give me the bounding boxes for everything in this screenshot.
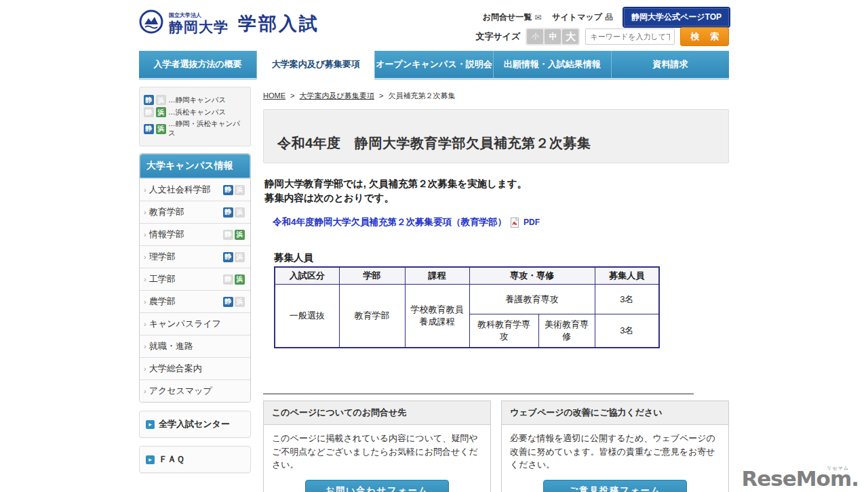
sidebar-item-science[interactable]: › 理学部 静浜 bbox=[140, 245, 250, 268]
fontsize-buttons: 小 中 大 bbox=[526, 28, 580, 45]
fontsize-label: 文字サイズ bbox=[475, 30, 520, 43]
legend-label: …静岡キャンパス bbox=[168, 96, 226, 105]
sitemap-label: サイトマップ bbox=[552, 12, 602, 23]
resemom-watermark: リセマム ReseMom. bbox=[741, 466, 859, 491]
sidebar-item-label: 大学総合案内 bbox=[149, 363, 245, 375]
badge-hamamatsu: 浜 bbox=[156, 124, 166, 134]
resemom-watermark-ruby: リセマム bbox=[827, 465, 849, 472]
badge-hamamatsu-off: 浜 bbox=[235, 207, 245, 218]
campus-info-menu: 大学キャンパス情報 › 人文社会科学部 静浜 › 教育学部 静浜 › 情報学部 … bbox=[139, 153, 251, 403]
badge-shizuoka-off: 静 bbox=[144, 107, 154, 117]
site-header: 国立大学法人 静岡大学 学部入試 お問合せ一覧 ✉ サイトマップ 品 静岡大学公… bbox=[139, 0, 729, 51]
badge-hamamatsu-off: 浜 bbox=[235, 252, 245, 262]
chevron-right-icon: › bbox=[144, 320, 146, 328]
inquiry-box: このページについてのお問合せ先 このページに掲載されている内容について、疑問やご… bbox=[263, 401, 491, 492]
recruit-table: 入試区分 学部 課程 専攻・専修 募集人員 一般選抜 教育学部 学校教育教員 養… bbox=[274, 266, 660, 348]
sidebar-item-informatics[interactable]: › 情報学部 静浜 bbox=[140, 223, 250, 245]
chevron-right-icon: › bbox=[144, 208, 146, 216]
sidebar-item-campus-life[interactable]: › キャンパスライフ bbox=[140, 312, 250, 335]
breadcrumb-current: 欠員補充第２次募集 bbox=[388, 91, 455, 100]
badge-hamamatsu: 浜 bbox=[235, 230, 245, 240]
chevron-right-icon: › bbox=[144, 342, 146, 350]
search-button[interactable]: 検 索 bbox=[680, 27, 729, 46]
admission-center-link[interactable]: ▸ 全学入試センター bbox=[139, 411, 251, 438]
main-content: HOME > 大学案内及び募集要項 > 欠員補充第２次募集 令和4年度 静岡大学… bbox=[263, 87, 729, 492]
pdf-link-row: 令和4年度静岡大学欠員補充第２次募集要項（教育学部） PDF bbox=[273, 216, 729, 228]
arrow-square-icon: ▸ bbox=[146, 455, 155, 464]
col-header-course: 課程 bbox=[405, 267, 469, 285]
cell-course: 学校教育教員 養成課程 bbox=[405, 285, 469, 348]
cell-course-line1: 学校教育教員 bbox=[411, 304, 464, 316]
site-logo[interactable]: 国立大学法人 静岡大学 学部入試 bbox=[139, 9, 319, 34]
legend-row-shizuoka: 静 浜 …静岡キャンパス bbox=[144, 95, 246, 105]
breadcrumb-parent-link[interactable]: 大学案内及び募集要項 bbox=[300, 91, 374, 100]
nav-tab-open-campus[interactable]: オープンキャンパス・説明会 bbox=[374, 51, 492, 78]
feedback-box-text: 必要な情報を適切に公開するため、ウェブページの改善に努めています。皆様の貴重なご… bbox=[510, 433, 715, 470]
nav-tab-guide-requirements[interactable]: 大学案内及び募集要項 bbox=[256, 51, 374, 80]
cell-capacity-2: 3名 bbox=[595, 314, 659, 348]
breadcrumb-separator: > bbox=[290, 91, 294, 100]
header-search-row: 文字サイズ 小 中 大 検 索 bbox=[475, 27, 729, 46]
pdf-label[interactable]: PDF bbox=[524, 218, 540, 227]
feedback-box-body: 必要な情報を適切に公開するため、ウェブページの改善に努めています。皆様の貴重なご… bbox=[502, 425, 728, 492]
header-utility-links: お問合せ一覧 ✉ サイトマップ 品 静岡大学公式ページTOP bbox=[483, 8, 729, 26]
guidelines-pdf-link[interactable]: 令和4年度静岡大学欠員補充第２次募集要項（教育学部） bbox=[273, 216, 507, 228]
sidebar-item-career[interactable]: › 就職・進路 bbox=[140, 335, 250, 357]
arrow-square-icon: ▸ bbox=[146, 420, 155, 429]
cell-exam-type: 一般選抜 bbox=[275, 285, 339, 348]
mail-icon: ✉ bbox=[534, 13, 541, 22]
sidebar-item-engineering[interactable]: › 工学部 静浜 bbox=[140, 268, 250, 290]
contact-list-link[interactable]: お問合せ一覧 ✉ bbox=[483, 12, 542, 23]
sidebar-item-agriculture[interactable]: › 農学部 静浜 bbox=[140, 290, 250, 312]
feedback-form-button[interactable]: ご意見投稿フォーム bbox=[543, 480, 687, 492]
badge-shizuoka: 静 bbox=[144, 95, 154, 105]
inquiry-box-body: このページに掲載されている内容について、疑問やご不明点などございましたらお気軽に… bbox=[264, 425, 490, 492]
table-header-row: 入試区分 学部 課程 専攻・専修 募集人員 bbox=[275, 267, 659, 285]
sidebar-item-humanities[interactable]: › 人文社会科学部 静浜 bbox=[140, 178, 250, 201]
campus-legend: 静 浜 …静岡キャンパス 静 浜 …浜松キャンパス 静 浜 …静岡・浜松キャンパ… bbox=[139, 87, 251, 146]
inquiry-box-title: このページについてのお問合せ先 bbox=[264, 401, 490, 425]
site-title: 学部入試 bbox=[238, 15, 319, 34]
sidebar-item-label: 教育学部 bbox=[149, 206, 223, 218]
sitemap-link[interactable]: サイトマップ 品 bbox=[552, 12, 613, 23]
sidebar-item-education[interactable]: › 教育学部 静浜 bbox=[140, 201, 250, 223]
fontsize-large-button[interactable]: 大 bbox=[562, 29, 578, 44]
campus-info-menu-title: 大学キャンパス情報 bbox=[140, 154, 250, 178]
badge-shizuoka: 静 bbox=[223, 207, 233, 218]
badge-hamamatsu: 浜 bbox=[156, 107, 166, 117]
nav-tab-materials-request[interactable]: 資料請求 bbox=[611, 51, 729, 78]
nav-tab-application-results[interactable]: 出願情報・入試結果情報 bbox=[493, 51, 611, 78]
col-header-faculty: 学部 bbox=[339, 267, 405, 285]
sidebar-item-label: 農学部 bbox=[149, 295, 223, 308]
sidebar-item-general-guide[interactable]: › 大学総合案内 bbox=[140, 357, 250, 380]
chevron-right-icon: › bbox=[144, 186, 146, 194]
feedback-box: ウェブページの改善にご協力ください 必要な情報を適切に公開するため、ウェブページ… bbox=[501, 401, 729, 492]
official-top-button[interactable]: 静岡大学公式ページTOP bbox=[624, 8, 729, 26]
sidebar-item-access-map[interactable]: › アクセスマップ bbox=[140, 380, 250, 402]
cell-faculty: 教育学部 bbox=[339, 285, 405, 348]
badge-shizuoka: 静 bbox=[223, 185, 233, 195]
pdf-icon bbox=[510, 218, 520, 228]
badge-shizuoka: 静 bbox=[223, 252, 233, 262]
legend-row-both: 静 浜 …静岡・浜松キャンパス bbox=[144, 119, 246, 138]
legend-label: …浜松キャンパス bbox=[168, 108, 226, 117]
badge-shizuoka-off: 静 bbox=[223, 230, 233, 240]
search-input[interactable] bbox=[585, 28, 675, 45]
nav-tab-admission-overview[interactable]: 入学者選抜方法の概要 bbox=[139, 51, 256, 78]
chevron-right-icon: › bbox=[144, 387, 146, 395]
faq-link[interactable]: ▸ ＦＡＱ bbox=[139, 446, 251, 473]
fontsize-small-button[interactable]: 小 bbox=[527, 29, 543, 44]
breadcrumb-home-link[interactable]: HOME bbox=[263, 91, 285, 100]
admission-center-label: 全学入試センター bbox=[159, 418, 230, 430]
sitemap-icon: 品 bbox=[605, 12, 613, 23]
sidebar-item-label: 情報学部 bbox=[149, 228, 223, 241]
col-header-major: 専攻・専修 bbox=[469, 267, 595, 285]
inquiry-form-button[interactable]: お問い合わせフォーム bbox=[305, 480, 449, 492]
sidebar: 静 浜 …静岡キャンパス 静 浜 …浜松キャンパス 静 浜 …静岡・浜松キャンパ… bbox=[139, 87, 251, 492]
badge-shizuoka-off: 静 bbox=[223, 274, 233, 285]
faq-label: ＦＡＱ bbox=[159, 453, 184, 466]
fontsize-medium-button[interactable]: 中 bbox=[545, 29, 561, 44]
sidebar-item-label: 人文社会科学部 bbox=[149, 184, 223, 196]
badge-hamamatsu-off: 浜 bbox=[235, 185, 245, 195]
cell-minor-art: 美術教育専修 bbox=[538, 314, 595, 348]
